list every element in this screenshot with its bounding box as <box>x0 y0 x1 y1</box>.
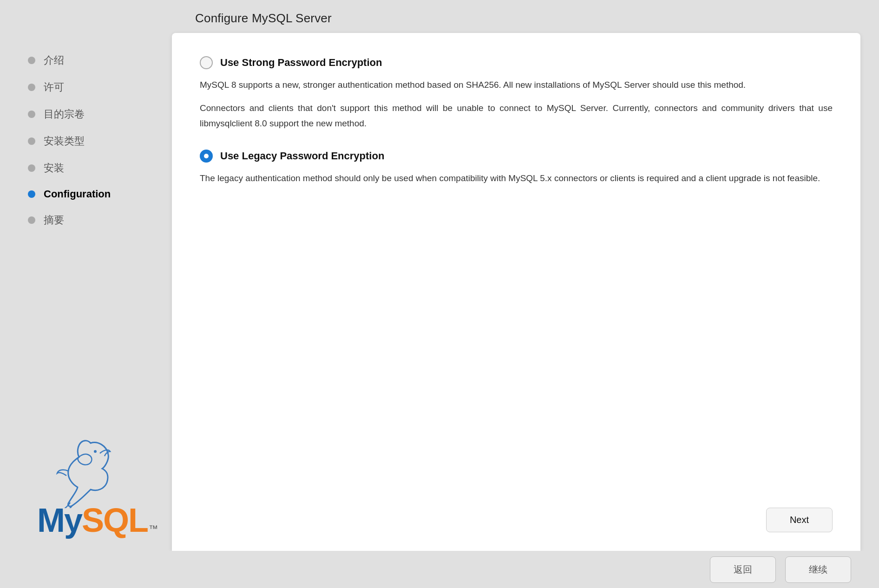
sidebar-item-install[interactable]: 安装 <box>28 155 153 182</box>
sidebar-label-destination: 目的宗卷 <box>44 107 85 121</box>
option1-radio[interactable] <box>200 56 213 69</box>
mysql-my-text: My <box>37 503 82 537</box>
back-button[interactable]: 返回 <box>710 556 776 583</box>
option2-header: Use Legacy Password Encryption <box>200 150 833 163</box>
option2-title: Use Legacy Password Encryption <box>220 150 384 162</box>
sidebar-bullet-summary <box>28 216 35 224</box>
option2-block: Use Legacy Password Encryption The legac… <box>200 150 833 186</box>
radio-inner-dot <box>204 154 209 158</box>
option1-para1: MySQL 8 supports a new, stronger authent… <box>200 78 833 92</box>
sidebar-label-install-type: 安装类型 <box>44 134 85 148</box>
sidebar-label-configuration: Configuration <box>44 188 111 200</box>
sidebar-label-license: 许可 <box>44 80 64 94</box>
next-btn-container: Next <box>200 494 833 532</box>
continue-button[interactable]: 继续 <box>785 556 851 583</box>
sidebar-bullet-install <box>28 164 35 172</box>
option1-block: Use Strong Password Encryption MySQL 8 s… <box>200 56 833 131</box>
sidebar-bullet-destination <box>28 111 35 118</box>
sidebar-bullet-license <box>28 84 35 91</box>
content-panel: Use Strong Password Encryption MySQL 8 s… <box>172 33 860 551</box>
mysql-logo-text: MySQL™ <box>37 503 157 537</box>
option1-title: Use Strong Password Encryption <box>220 57 382 69</box>
sidebar-item-destination[interactable]: 目的宗卷 <box>28 101 153 128</box>
sidebar-item-intro[interactable]: 介绍 <box>28 47 153 74</box>
mysql-tm-text: ™ <box>149 524 157 533</box>
sidebar: 介绍 许可 目的宗卷 安装类型 安装 Configuration 摘要 <box>0 33 172 551</box>
sidebar-item-configuration[interactable]: Configuration <box>28 182 153 207</box>
mysql-sql-text: SQL <box>82 503 148 537</box>
mysql-logo-container: MySQL™ <box>28 415 153 537</box>
svg-point-0 <box>94 450 97 453</box>
bottom-bar: 返回 继续 <box>0 551 879 588</box>
option1-header: Use Strong Password Encryption <box>200 56 833 69</box>
sidebar-item-license[interactable]: 许可 <box>28 74 153 101</box>
dolphin-icon <box>51 434 116 508</box>
sidebar-label-intro: 介绍 <box>44 53 64 67</box>
sidebar-label-summary: 摘要 <box>44 213 64 227</box>
sidebar-bullet-intro <box>28 57 35 64</box>
option2-para1: The legacy authentication method should … <box>200 171 833 186</box>
option2-description: The legacy authentication method should … <box>200 171 833 186</box>
window-title: Configure MySQL Server <box>0 0 879 33</box>
option2-radio[interactable] <box>200 150 213 163</box>
next-button[interactable]: Next <box>766 508 833 532</box>
sidebar-bullet-configuration <box>28 190 35 198</box>
option1-para2: Connectors and clients that don't suppor… <box>200 101 833 131</box>
sidebar-item-summary[interactable]: 摘要 <box>28 207 153 234</box>
sidebar-label-install: 安装 <box>44 161 64 175</box>
sidebar-item-install-type[interactable]: 安装类型 <box>28 128 153 155</box>
sidebar-bullet-install-type <box>28 137 35 145</box>
option1-description: MySQL 8 supports a new, stronger authent… <box>200 78 833 131</box>
